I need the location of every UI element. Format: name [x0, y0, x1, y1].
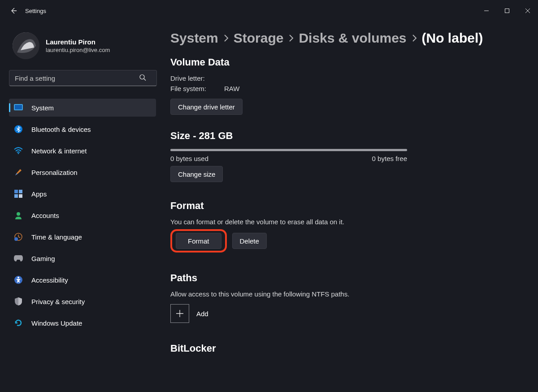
- close-button[interactable]: [517, 0, 538, 22]
- sidebar-item-system[interactable]: System: [9, 99, 156, 117]
- change-drive-letter-button[interactable]: Change drive letter: [170, 99, 243, 115]
- format-description: You can format or delete the volume to e…: [170, 218, 525, 226]
- paintbrush-icon: [13, 167, 23, 177]
- add-path-row: Add: [170, 304, 525, 323]
- account-name: Laurentiu Piron: [46, 38, 110, 46]
- main-content: System Storage Disks & volumes (No label…: [161, 22, 538, 392]
- app-title: Settings: [25, 8, 46, 14]
- svg-rect-0: [505, 9, 509, 13]
- sidebar-item-label: Apps: [31, 190, 47, 198]
- sidebar-item-network[interactable]: Network & internet: [9, 142, 156, 160]
- crumb-current: (No label): [422, 30, 483, 46]
- sidebar-item-personalization[interactable]: Personalization: [9, 163, 156, 181]
- paths-description: Allow access to this volume using the fo…: [170, 290, 525, 298]
- sidebar-item-accessibility[interactable]: Accessibility: [9, 271, 156, 289]
- sidebar-item-accounts[interactable]: Accounts: [9, 206, 156, 224]
- sidebar-item-label: Bluetooth & devices: [31, 126, 91, 133]
- sidebar-item-label: Gaming: [31, 255, 55, 262]
- account-text: Laurentiu Piron laurentiu.piron@live.com: [46, 38, 110, 53]
- section-title-bitlocker: BitLocker: [170, 343, 525, 354]
- svg-point-6: [18, 153, 19, 154]
- svg-rect-8: [19, 190, 22, 193]
- svg-rect-9: [14, 194, 18, 198]
- bluetooth-icon: [13, 124, 23, 134]
- section-title-size: Size - 281 GB: [170, 130, 525, 142]
- shield-icon: [13, 296, 23, 306]
- add-path-label: Add: [196, 310, 208, 318]
- size-labels: 0 bytes used 0 bytes free: [170, 155, 407, 162]
- section-title-paths: Paths: [170, 272, 525, 284]
- sidebar-nav: System Bluetooth & devices Network & int…: [9, 99, 156, 335]
- sidebar-item-label: Windows Update: [31, 319, 82, 327]
- sidebar-item-windows-update[interactable]: Windows Update: [9, 314, 156, 332]
- row-file-system: File system: RAW: [170, 85, 525, 92]
- svg-point-2: [140, 75, 144, 79]
- avatar: [13, 32, 39, 59]
- format-button[interactable]: Format: [176, 233, 221, 249]
- sidebar-item-label: Accounts: [31, 212, 59, 219]
- back-button[interactable]: [7, 4, 20, 17]
- add-path-button[interactable]: [170, 304, 189, 323]
- crumb-disks-volumes[interactable]: Disks & volumes: [299, 30, 406, 46]
- minimize-icon: [484, 8, 489, 13]
- crumb-storage[interactable]: Storage: [234, 30, 284, 46]
- sidebar-item-label: Network & internet: [31, 147, 87, 155]
- svg-rect-7: [14, 190, 18, 193]
- window-controls: [476, 0, 538, 22]
- apps-icon: [13, 189, 23, 199]
- label-file-system: File system:: [170, 85, 215, 92]
- display-icon: [13, 103, 23, 113]
- format-highlight: Format: [170, 229, 227, 253]
- svg-rect-4: [15, 105, 22, 109]
- chevron-right-icon: [221, 34, 231, 43]
- sidebar-item-label: Privacy & security: [31, 298, 85, 305]
- person-icon: [13, 210, 23, 220]
- change-size-button[interactable]: Change size: [170, 166, 223, 182]
- wifi-icon: [13, 146, 23, 156]
- accessibility-icon: [13, 275, 23, 285]
- chevron-right-icon: [286, 34, 296, 43]
- row-drive-letter: Drive letter:: [170, 74, 525, 82]
- maximize-icon: [504, 8, 510, 13]
- globe-clock-icon: [13, 232, 23, 242]
- maximize-button[interactable]: [497, 0, 517, 22]
- titlebar: Settings: [0, 0, 538, 22]
- delete-button[interactable]: Delete: [232, 233, 267, 249]
- chevron-right-icon: [409, 34, 419, 43]
- svg-rect-10: [19, 194, 22, 198]
- label-drive-letter: Drive letter:: [170, 74, 215, 82]
- svg-point-15: [17, 277, 19, 279]
- sidebar-item-label: Personalization: [31, 169, 78, 176]
- close-icon: [525, 8, 530, 13]
- crumb-system[interactable]: System: [170, 30, 218, 46]
- avatar-image: [13, 32, 39, 59]
- section-title-format: Format: [170, 200, 525, 212]
- size-free-label: 0 bytes free: [372, 155, 407, 162]
- account-email: laurentiu.piron@live.com: [46, 47, 110, 53]
- size-usage-bar: [170, 149, 407, 151]
- search-icon: [139, 74, 146, 83]
- sidebar-item-gaming[interactable]: Gaming: [9, 249, 156, 267]
- value-file-system: RAW: [224, 85, 239, 92]
- sidebar: Laurentiu Piron laurentiu.piron@live.com…: [0, 22, 161, 392]
- section-title-volume-data: Volume Data: [170, 57, 525, 68]
- sidebar-item-label: Accessibility: [31, 276, 68, 284]
- gamepad-icon: [13, 253, 23, 263]
- sidebar-item-bluetooth[interactable]: Bluetooth & devices: [9, 120, 156, 138]
- breadcrumb: System Storage Disks & volumes (No label…: [170, 30, 525, 46]
- svg-point-11: [17, 212, 20, 216]
- arrow-left-icon: [10, 7, 17, 14]
- svg-point-13: [14, 237, 18, 241]
- search-input[interactable]: [9, 70, 157, 86]
- plus-icon: [176, 309, 184, 318]
- sidebar-item-time-language[interactable]: Time & language: [9, 228, 156, 246]
- update-icon: [13, 318, 23, 328]
- account-block[interactable]: Laurentiu Piron laurentiu.piron@live.com: [9, 25, 156, 70]
- search-box[interactable]: [9, 70, 156, 86]
- size-used-label: 0 bytes used: [170, 155, 208, 162]
- sidebar-item-label: Time & language: [31, 233, 82, 241]
- sidebar-item-label: System: [31, 104, 54, 112]
- sidebar-item-apps[interactable]: Apps: [9, 185, 156, 203]
- minimize-button[interactable]: [476, 0, 497, 22]
- sidebar-item-privacy[interactable]: Privacy & security: [9, 292, 156, 310]
